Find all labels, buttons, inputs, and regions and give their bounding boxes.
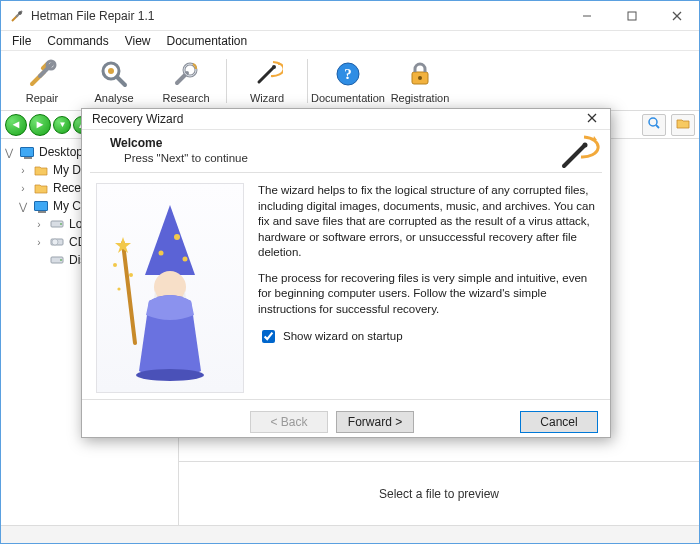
- svg-line-38: [123, 243, 135, 343]
- screwdriver-wrench-icon: [26, 58, 58, 90]
- toolbar-repair-label: Repair: [26, 92, 58, 104]
- svg-text:?: ?: [344, 66, 352, 82]
- svg-point-25: [52, 239, 58, 245]
- dialog-button-row: < Back Forward > Cancel: [82, 399, 610, 443]
- preview-pane: Select a file to preview: [179, 461, 699, 525]
- show-wizard-startup-checkbox[interactable]: [262, 330, 275, 343]
- wizard-illustration: [96, 183, 244, 393]
- nav-forward-button[interactable]: ►: [29, 114, 51, 136]
- dialog-titlebar[interactable]: Recovery Wizard: [82, 109, 610, 129]
- svg-point-34: [174, 234, 180, 240]
- folder-icon: [33, 180, 49, 196]
- svg-point-20: [649, 118, 657, 126]
- toolbar-analyse-label: Analyse: [94, 92, 133, 104]
- svg-rect-2: [628, 12, 636, 20]
- toolbar-research-label: Research: [162, 92, 209, 104]
- menu-commands[interactable]: Commands: [40, 32, 115, 50]
- expand-icon[interactable]: ›: [33, 237, 45, 248]
- collapse-icon[interactable]: ⋁: [3, 147, 15, 158]
- drive-icon: [49, 216, 65, 232]
- nav-view-button[interactable]: [671, 114, 695, 136]
- dialog-body: Welcome Press "Next" to continue: [82, 129, 610, 443]
- svg-line-30: [564, 146, 584, 166]
- search-icon: [647, 116, 661, 133]
- wizard-forward-button[interactable]: Forward >: [336, 411, 414, 433]
- dialog-content: The wizard helps to fix the logical stru…: [82, 173, 610, 399]
- nav-search-button[interactable]: [642, 114, 666, 136]
- svg-point-36: [183, 257, 188, 262]
- wizard-back-button: < Back: [250, 411, 328, 433]
- close-icon: [587, 112, 597, 126]
- toolbar-wizard[interactable]: Wizard: [232, 53, 302, 108]
- folder-options-icon: [676, 116, 690, 133]
- recovery-wizard-dialog: Recovery Wizard Welcome Press "Next" to …: [81, 108, 611, 438]
- expand-icon[interactable]: ›: [17, 183, 29, 194]
- dialog-title: Recovery Wizard: [92, 112, 580, 126]
- desktop-icon: [19, 144, 35, 160]
- magic-wand-icon: [554, 130, 600, 176]
- magic-wand-icon: [251, 58, 283, 90]
- svg-line-21: [656, 125, 659, 128]
- maximize-button[interactable]: [609, 1, 654, 30]
- svg-point-40: [113, 263, 117, 267]
- menu-file[interactable]: File: [5, 32, 38, 50]
- svg-point-0: [19, 11, 21, 13]
- svg-point-27: [60, 259, 62, 261]
- expand-icon[interactable]: ›: [17, 165, 29, 176]
- menu-view[interactable]: View: [118, 32, 158, 50]
- show-wizard-startup-label: Show wizard on startup: [283, 329, 403, 345]
- wizard-cancel-button[interactable]: Cancel: [520, 411, 598, 433]
- toolbar-registration[interactable]: Registration: [385, 53, 455, 108]
- svg-point-41: [129, 273, 133, 277]
- window-title: Hetman File Repair 1.1: [31, 9, 564, 23]
- title-bar: Hetman File Repair 1.1: [1, 1, 699, 31]
- svg-line-8: [117, 77, 125, 85]
- toolbar-analyse[interactable]: Analyse: [79, 53, 149, 108]
- preview-placeholder: Select a file to preview: [379, 487, 499, 501]
- svg-point-23: [60, 223, 62, 225]
- dialog-close-button[interactable]: [580, 109, 604, 129]
- toolbar-separator: [307, 59, 308, 103]
- wrench-magnifier-icon: [170, 58, 202, 90]
- window-close-button[interactable]: [654, 1, 699, 30]
- svg-point-13: [272, 65, 276, 69]
- toolbar-registration-label: Registration: [391, 92, 450, 104]
- app-window: Hetman File Repair 1.1 File Commands Vie…: [0, 0, 700, 544]
- expand-icon[interactable]: ›: [33, 219, 45, 230]
- computer-icon: [33, 198, 49, 214]
- menu-bar: File Commands View Documentation: [1, 31, 699, 51]
- app-icon: [9, 8, 25, 24]
- help-badge-icon: ?: [332, 58, 364, 90]
- dialog-header: Welcome Press "Next" to continue: [82, 130, 610, 172]
- main-toolbar: Repair Analyse Research Wizard ? Do: [1, 51, 699, 111]
- svg-point-19: [418, 76, 422, 80]
- cd-drive-icon: [49, 234, 65, 250]
- lock-icon: [404, 58, 436, 90]
- magnifier-gear-icon: [98, 58, 130, 90]
- dialog-paragraph-1: The wizard helps to fix the logical stru…: [258, 183, 596, 261]
- toolbar-separator: [226, 59, 227, 103]
- svg-point-31: [583, 143, 588, 148]
- status-bar: [1, 525, 699, 543]
- nav-recent-dropdown[interactable]: ▼: [53, 116, 71, 134]
- toolbar-documentation-label: Documentation: [311, 92, 385, 104]
- svg-point-35: [159, 251, 164, 256]
- folder-icon: [33, 162, 49, 178]
- collapse-icon[interactable]: ⋁: [17, 201, 29, 212]
- dialog-subheading: Press "Next" to continue: [110, 152, 596, 164]
- minimize-button[interactable]: [564, 1, 609, 30]
- toolbar-documentation[interactable]: ? Documentation: [313, 53, 383, 108]
- toolbar-repair[interactable]: Repair: [7, 53, 77, 108]
- nav-back-button[interactable]: ◄: [5, 114, 27, 136]
- toolbar-research[interactable]: Research: [151, 53, 221, 108]
- svg-point-42: [117, 287, 120, 290]
- svg-line-12: [259, 68, 273, 82]
- show-wizard-startup-row[interactable]: Show wizard on startup: [258, 327, 596, 346]
- dialog-heading: Welcome: [110, 136, 596, 150]
- toolbar-wizard-label: Wizard: [250, 92, 284, 104]
- svg-marker-33: [145, 205, 195, 275]
- dialog-paragraph-2: The process for recovering files is very…: [258, 271, 596, 318]
- svg-marker-32: [593, 136, 597, 140]
- tree-label-desktop: Desktop: [39, 145, 83, 159]
- menu-documentation[interactable]: Documentation: [160, 32, 255, 50]
